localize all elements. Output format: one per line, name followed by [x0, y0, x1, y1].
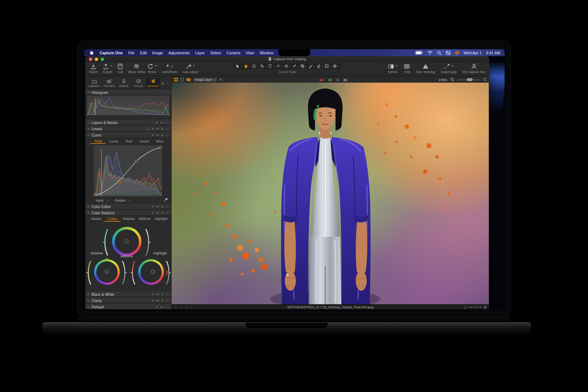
curve-tab-green[interactable]: Green: [137, 139, 152, 144]
loupe-tool-icon[interactable]: [483, 76, 487, 83]
linear-gradient-tool[interactable]: [325, 64, 331, 68]
undo-redo-button[interactable]: Undo/Redo: [162, 63, 178, 74]
menu-edit[interactable]: Edit: [140, 51, 147, 55]
more-icon[interactable]: ⋯: [165, 293, 169, 296]
exposure-warning-button[interactable]: Exp. Warning: [416, 63, 435, 74]
straighten-tool[interactable]: [276, 64, 283, 68]
rotate-tool[interactable]: [268, 64, 275, 68]
copy-adjustments-icon[interactable]: ↗: [151, 205, 154, 208]
my-capture-one-button[interactable]: My Capture One: [463, 63, 485, 74]
more-icon[interactable]: ⋯: [165, 299, 169, 302]
spotlight-search-icon[interactable]: [437, 51, 441, 55]
menu-app-name[interactable]: Capture One: [100, 51, 123, 55]
curve-tab-blue[interactable]: Blue: [152, 139, 168, 144]
compare-icon[interactable]: ▢: [463, 305, 466, 309]
reset-adjustments-icon[interactable]: ↩: [160, 121, 163, 124]
cb-tab-master[interactable]: Master: [88, 217, 104, 222]
cb-tab-highlight[interactable]: Highlight: [153, 217, 169, 222]
panel-header-color-balance[interactable]: ▾ Color Balance ↗ ↩ ≡ ⋯: [85, 210, 171, 215]
add-layer-button[interactable]: +: [219, 77, 224, 82]
preset-menu-icon[interactable]: ≡: [161, 127, 163, 131]
multi-view-icon[interactable]: [174, 78, 178, 81]
apple-menu[interactable]: [89, 50, 94, 55]
zoom-level[interactable]: 176%: [438, 78, 447, 82]
highlight-luma-slider[interactable]: [165, 259, 171, 286]
panel-header-black-white[interactable]: ▸ Black & White ↗ ↩ ≡ ⋯: [85, 292, 171, 297]
select-tool[interactable]: [236, 64, 242, 68]
cb-tab-shadow[interactable]: Shadow: [121, 217, 137, 222]
midtone-saturation-slider[interactable]: [102, 228, 109, 257]
midtone-wheel-indicator[interactable]: [125, 239, 129, 243]
panel-header-histogram[interactable]: ▾ Histogram ⋯: [85, 90, 171, 95]
layer-stepper-icon[interactable]: [214, 78, 215, 81]
highlight-saturation-slider[interactable]: [130, 259, 136, 286]
cb-tab-3way[interactable]: 3-Way: [104, 217, 121, 222]
menubar-time[interactable]: 9:41 AM: [486, 51, 500, 55]
tab-options-icon[interactable]: ⋮: [166, 81, 170, 85]
pan-tool[interactable]: [244, 64, 250, 68]
menu-select[interactable]: Select: [210, 51, 221, 55]
curve-tab-luma[interactable]: Luma: [106, 139, 121, 144]
panel-header-clarity[interactable]: ▸ Clarity ↗ ↩ ≡ ⋯: [85, 298, 171, 303]
more-icon[interactable]: ⋯: [165, 121, 169, 124]
tab-style[interactable]: STYLE: [132, 78, 146, 88]
reset-button[interactable]: Reset: [147, 63, 157, 74]
menu-image[interactable]: Image: [152, 51, 163, 55]
more-icon[interactable]: ⋯: [165, 205, 169, 208]
zoom-slider[interactable]: [457, 79, 480, 80]
copy-adjustments-icon[interactable]: ↗: [155, 305, 158, 309]
clone-tool[interactable]: [300, 64, 307, 68]
export-button[interactable]: Export: [103, 63, 112, 74]
more-icon[interactable]: ⋯: [165, 127, 169, 131]
histogram-markers[interactable]: -- -- --: [87, 116, 170, 119]
cull-button[interactable]: Cull: [117, 63, 123, 74]
curve-tab-red[interactable]: Red: [121, 139, 137, 144]
crop-tool[interactable]: [260, 64, 266, 68]
import-button[interactable]: Import: [89, 63, 98, 74]
menu-layer[interactable]: Layer: [195, 51, 205, 55]
proof-view-icon[interactable]: [186, 78, 191, 81]
preset-menu-icon[interactable]: ≡: [161, 293, 163, 296]
copy-adjustments-icon[interactable]: ↗: [151, 293, 154, 296]
panel-header-levels[interactable]: ▸ Levels ╱ ↗ ↩ ≡ ⋯: [85, 126, 171, 131]
auto-levels-icon[interactable]: ╱: [147, 127, 149, 131]
shadow-wheel-indicator[interactable]: [105, 270, 109, 274]
menubar-date[interactable]: Wed Apr 1: [464, 51, 482, 55]
curve-tab-rgb[interactable]: RGB: [90, 139, 106, 144]
battery-icon[interactable]: [415, 51, 423, 55]
menu-window[interactable]: Window: [259, 51, 273, 55]
wifi-icon[interactable]: [427, 51, 433, 55]
shadow-luma-slider[interactable]: [121, 259, 127, 286]
tab-tether[interactable]: TETHER: [102, 78, 116, 88]
expand-tabs-icon[interactable]: »: [161, 80, 164, 86]
zoom-loupe-icon[interactable]: [450, 76, 454, 83]
share-online-button[interactable]: Share online: [128, 63, 146, 74]
preset-menu-icon[interactable]: ≡: [161, 299, 163, 302]
auto-adjust-button[interactable]: Auto Adjust: [182, 63, 198, 74]
panel-header-dehaze[interactable]: ▸ Dehaze ↗ ↩ ⋯: [85, 304, 171, 309]
rating-dots[interactable]: [469, 306, 481, 308]
preset-menu-icon[interactable]: ≡: [161, 211, 163, 215]
menu-camera[interactable]: Camera: [226, 51, 240, 55]
grid-button[interactable]: Grid: [404, 63, 410, 74]
midtone-luma-slider[interactable]: [145, 228, 151, 257]
shadow-saturation-slider[interactable]: [86, 259, 92, 286]
cb-tab-midtone[interactable]: Midtone: [137, 217, 153, 222]
reset-adjustments-icon[interactable]: ↩: [156, 293, 159, 296]
reset-adjustments-icon[interactable]: ↩: [156, 211, 159, 215]
menu-view[interactable]: View: [246, 51, 254, 55]
copy-apply-button[interactable]: Copy/Apply: [441, 63, 456, 74]
erase-mask-tool[interactable]: [316, 64, 323, 68]
panel-header-curve[interactable]: ▾ Curve ↗ ↩ ≡ ⋯: [85, 133, 171, 138]
panel-header-color-editor[interactable]: ▸ Color Editor ↗ ↩ ≡ ⋯: [85, 204, 171, 209]
more-icon[interactable]: ⋯: [165, 91, 169, 94]
preset-menu-icon[interactable]: ≡: [161, 205, 163, 208]
layer-dropdown[interactable]: Image Layer: [193, 77, 217, 82]
reset-adjustments-icon[interactable]: ↩: [156, 299, 159, 302]
menu-file[interactable]: File: [128, 51, 135, 55]
copy-adjustments-icon[interactable]: ↗: [151, 127, 154, 131]
app-status-icon[interactable]: [455, 51, 459, 55]
curve-graph[interactable]: [93, 145, 162, 197]
menu-adjustments[interactable]: Adjustments: [168, 51, 190, 55]
before-after-button[interactable]: Before: [388, 63, 398, 74]
